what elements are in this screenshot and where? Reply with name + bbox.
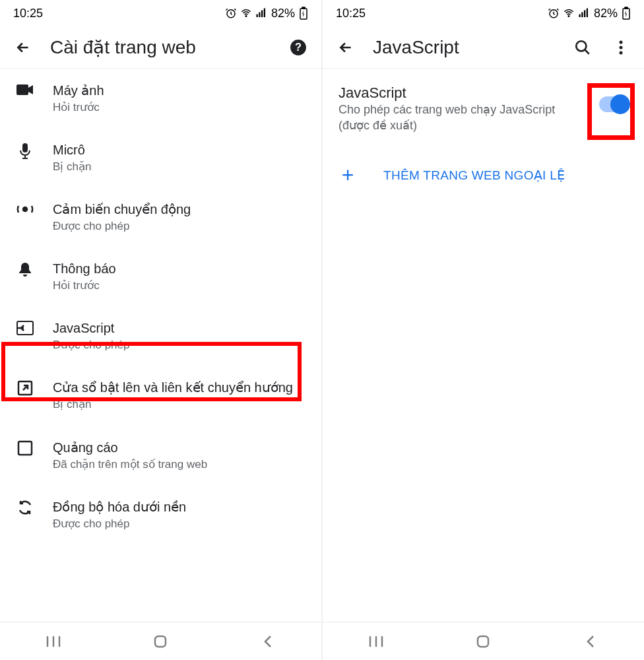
more-vert-icon [619, 40, 623, 55]
recents-icon [368, 635, 384, 648]
home-icon [475, 634, 491, 649]
row-microphone[interactable]: Micrô Bị chặn [0, 128, 321, 187]
chevron-left-icon [585, 634, 596, 649]
chevron-left-icon [262, 634, 274, 649]
phone-right: 10:25 82% JavaScript JavaScript Cho phé [323, 0, 644, 660]
row-ads[interactable]: Quảng cáo Đã chặn trên một số trang web [0, 426, 321, 485]
recents-icon [46, 635, 61, 648]
row-background-sync[interactable]: Đồng bộ hóa dưới nền Được cho phép [0, 485, 321, 544]
row-title: Cửa sổ bật lên và liên kết chuyển hướng [53, 379, 306, 396]
svg-rect-2 [256, 15, 257, 18]
row-sub: Đã chặn trên một số trang web [53, 457, 306, 472]
row-sub: Hỏi trước [53, 100, 306, 115]
app-bar: Cài đặt trang web ? [0, 26, 321, 69]
home-icon [152, 634, 168, 649]
toggle-title: JavaScript [338, 84, 586, 102]
row-popups[interactable]: Cửa sổ bật lên và liên kết chuyển hướng … [0, 366, 321, 425]
clock-text: 10:25 [336, 7, 366, 20]
nav-bar [323, 622, 644, 660]
svg-point-12 [23, 207, 27, 211]
phone-left: 10:25 82% Cài đặt trang web ? Máy ảnh Hỏ… [0, 0, 321, 660]
signal-icon [255, 7, 267, 19]
more-button[interactable] [610, 36, 632, 59]
wifi-icon [240, 7, 252, 19]
svg-rect-22 [587, 9, 588, 18]
svg-point-25 [576, 41, 586, 51]
back-nav-button[interactable] [571, 632, 610, 651]
row-javascript[interactable]: JavaScript Được cho phép [0, 306, 321, 366]
svg-rect-19 [579, 15, 580, 18]
row-title: Máy ảnh [53, 82, 306, 99]
row-sub: Bị chặn [53, 160, 306, 174]
javascript-toggle[interactable] [599, 96, 628, 112]
app-bar: JavaScript [323, 26, 644, 69]
battery-icon [299, 7, 308, 20]
row-sub: Được cho phép [53, 219, 306, 234]
svg-point-1 [245, 16, 247, 17]
svg-rect-21 [584, 11, 585, 18]
arrow-left-icon [337, 39, 354, 56]
svg-text:?: ? [295, 41, 302, 53]
svg-point-27 [620, 46, 623, 49]
wifi-icon [563, 7, 575, 19]
recents-button[interactable] [34, 632, 73, 651]
help-button[interactable]: ? [287, 36, 309, 59]
status-right: 82% [225, 7, 308, 20]
page-title: JavaScript [373, 37, 556, 58]
back-button[interactable] [12, 36, 34, 59]
search-button[interactable] [571, 36, 594, 59]
home-button[interactable] [463, 632, 503, 651]
add-exception-row[interactable]: + THÊM TRANG WEB NGOẠI LỆ [323, 143, 644, 207]
row-title: Micrô [53, 141, 306, 158]
recents-button[interactable] [356, 632, 396, 651]
status-icons [225, 7, 267, 19]
plus-icon: + [338, 163, 357, 187]
motion-icon [16, 202, 34, 216]
svg-rect-11 [22, 143, 28, 152]
clock-text: 10:25 [13, 7, 43, 20]
home-button[interactable] [141, 632, 180, 651]
row-title: Đồng bộ hóa dưới nền [53, 498, 306, 515]
row-sub: Được cho phép [53, 338, 306, 352]
mic-icon [18, 143, 32, 160]
search-icon [574, 39, 591, 56]
svg-rect-5 [264, 9, 265, 18]
battery-icon [622, 7, 631, 20]
status-bar: 10:25 82% [323, 0, 644, 26]
svg-rect-3 [259, 13, 260, 18]
svg-point-28 [620, 51, 623, 54]
row-title: JavaScript [53, 319, 306, 337]
svg-point-26 [620, 40, 623, 44]
row-sub: Được cho phép [53, 517, 306, 531]
row-title: Quảng cáo [53, 439, 306, 456]
javascript-toggle-row: JavaScript Cho phép các trang web chạy J… [323, 69, 644, 143]
status-icons [548, 7, 590, 19]
camera-icon [16, 83, 34, 96]
row-sub: Bị chặn [53, 397, 306, 412]
alarm-icon [548, 7, 560, 19]
alarm-icon [225, 7, 237, 19]
svg-rect-29 [478, 636, 488, 647]
bell-icon [18, 261, 32, 279]
svg-point-18 [568, 16, 569, 17]
svg-rect-10 [16, 84, 28, 95]
battery-text: 82% [271, 7, 295, 20]
svg-rect-20 [581, 13, 583, 18]
row-notifications[interactable]: Thông báo Hỏi trước [0, 247, 321, 306]
back-button[interactable] [335, 36, 357, 59]
svg-rect-4 [261, 11, 263, 18]
arrow-left-icon [15, 39, 32, 56]
page-title: Cài đặt trang web [50, 36, 271, 58]
back-nav-button[interactable] [248, 632, 288, 651]
ads-icon [17, 440, 33, 456]
status-bar: 10:25 82% [0, 0, 321, 26]
javascript-icon [16, 321, 34, 335]
battery-text: 82% [594, 7, 618, 20]
row-motion[interactable]: Cảm biến chuyển động Được cho phép [0, 187, 321, 247]
row-camera[interactable]: Máy ảnh Hỏi trước [0, 69, 321, 128]
javascript-settings: JavaScript Cho phép các trang web chạy J… [323, 69, 644, 622]
status-right: 82% [548, 7, 631, 20]
svg-rect-15 [18, 442, 32, 455]
svg-rect-16 [155, 636, 166, 647]
svg-rect-7 [302, 7, 305, 9]
